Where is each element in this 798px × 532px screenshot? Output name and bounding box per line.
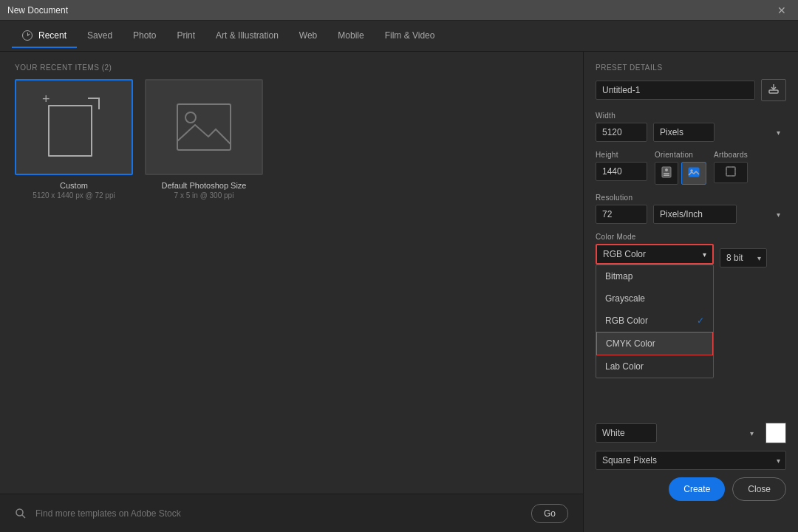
pixel-aspect-section: Square Pixels [596, 451, 786, 470]
left-panel: YOUR RECENT ITEMS (2) + Custom 5120 x 14… [0, 52, 584, 532]
width-row: Pixels Inches Centimeters [596, 123, 786, 142]
width-label: Width [596, 112, 786, 120]
background-row: White Black Transparent [596, 423, 786, 443]
bit-depth-select[interactable]: 8 bit 16 bit 32 bit [720, 248, 767, 267]
clock-icon [22, 30, 33, 41]
orientation-buttons [655, 162, 706, 185]
title-close-button[interactable]: ✕ [773, 3, 791, 18]
search-wrap [35, 508, 522, 519]
tab-web[interactable]: Web [289, 24, 327, 48]
recent-item-default[interactable]: Default Photoshop Size 7 x 5 in @ 300 pp… [145, 79, 263, 494]
recent-thumb-default[interactable] [145, 79, 263, 175]
svg-rect-8 [664, 175, 669, 177]
svg-point-6 [665, 168, 668, 171]
bit-depth-wrap: 8 bit 16 bit 32 bit [720, 248, 767, 267]
close-dialog-button[interactable]: Close [732, 477, 786, 501]
tab-photo[interactable]: Photo [123, 24, 166, 48]
search-icon [15, 508, 27, 519]
action-buttons-row: Create Close [596, 477, 786, 501]
preset-name-input[interactable] [596, 81, 755, 100]
svg-line-3 [22, 515, 25, 518]
resolution-input[interactable] [596, 205, 647, 224]
portrait-icon [661, 166, 672, 178]
color-mode-trigger[interactable]: RGB Color ▾ [596, 244, 714, 265]
height-group: Height [596, 151, 647, 181]
preset-details-label: PRESET DETAILS [596, 64, 786, 72]
tab-mobile[interactable]: Mobile [327, 24, 374, 48]
pixel-aspect-wrap: Square Pixels [596, 451, 786, 470]
height-orient-row: Height Orientation [596, 151, 786, 185]
dropdown-item-cmyk[interactable]: CMYK Color [596, 332, 713, 355]
width-unit-wrap: Pixels Inches Centimeters [653, 123, 786, 142]
color-mode-row: RGB Color ▾ Bitmap Grayscale RGB Color [596, 244, 786, 272]
svg-point-1 [185, 112, 196, 123]
search-input[interactable] [35, 508, 522, 519]
portrait-button[interactable] [655, 162, 678, 185]
bottom-bar: Go [0, 494, 583, 532]
resolution-unit-select[interactable]: Pixels/Inch Pixels/Centimeter [653, 205, 737, 224]
svg-rect-4 [769, 90, 778, 93]
color-mode-dropdown: Bitmap Grayscale RGB Color CMYK Color La… [596, 265, 714, 378]
recent-section-header: YOUR RECENT ITEMS (2) [0, 52, 583, 79]
dropdown-item-grayscale[interactable]: Grayscale [596, 287, 713, 310]
preset-name-row [596, 79, 786, 101]
dropdown-item-rgb[interactable]: RGB Color [596, 310, 713, 332]
width-input[interactable] [596, 123, 647, 142]
color-mode-label: Color Mode [596, 233, 786, 241]
dropdown-item-lab[interactable]: Lab Color [596, 355, 713, 378]
tab-film[interactable]: Film & Video [375, 24, 446, 48]
go-button[interactable]: Go [531, 504, 568, 523]
recent-item-sub-custom: 5120 x 1440 px @ 72 ppi [33, 191, 115, 200]
orientation-label: Orientation [655, 151, 706, 159]
landscape-button[interactable] [681, 162, 706, 185]
dropdown-item-bitmap[interactable]: Bitmap [596, 265, 713, 287]
artboards-label: Artboards [714, 151, 748, 159]
pixel-aspect-select[interactable]: Square Pixels [596, 451, 786, 470]
save-preset-button[interactable] [761, 79, 786, 101]
recent-item-custom[interactable]: + Custom 5120 x 1440 px @ 72 ppi [15, 79, 133, 494]
resolution-label: Resolution [596, 194, 786, 202]
color-mode-section: RGB Color ▾ Bitmap Grayscale RGB Color [596, 244, 714, 265]
artboard-icon [726, 166, 736, 177]
photo-placeholder [174, 101, 233, 153]
dialog-title: New Document [7, 5, 68, 16]
artboards-group: Artboards [714, 151, 748, 183]
tab-print[interactable]: Print [166, 24, 205, 48]
main-layout: YOUR RECENT ITEMS (2) + Custom 5120 x 14… [0, 52, 798, 532]
svg-rect-11 [726, 167, 735, 176]
width-unit-select[interactable]: Pixels Inches Centimeters [653, 123, 715, 142]
tab-art[interactable]: Art & Illustration [205, 24, 289, 48]
artboards-button[interactable] [714, 162, 748, 183]
height-input[interactable] [596, 162, 647, 181]
recent-thumb-custom[interactable]: + [15, 79, 133, 175]
background-select-wrap: White Black Transparent [596, 423, 760, 443]
tab-bar: Recent Saved Photo Print Art & Illustrat… [0, 21, 798, 52]
doc-corner [88, 98, 100, 109]
recent-item-sub-default: 7 x 5 in @ 300 ppi [174, 191, 234, 200]
recent-items-grid: + Custom 5120 x 1440 px @ 72 ppi [0, 79, 583, 494]
landscape-icon [688, 167, 700, 177]
create-button[interactable]: Create [669, 477, 725, 501]
recent-item-label-default: Default Photoshop Size [162, 181, 247, 190]
svg-point-2 [16, 509, 23, 516]
resolution-row: Pixels/Inch Pixels/Centimeter [596, 205, 786, 224]
photo-icon-svg [174, 101, 233, 153]
chevron-down-icon: ▾ [703, 250, 706, 259]
svg-rect-0 [177, 104, 231, 150]
doc-icon: + [48, 98, 100, 157]
save-icon [768, 83, 780, 95]
right-panel: PRESET DETAILS Width Pixels Inches Centi… [584, 52, 798, 532]
orientation-group: Orientation [655, 151, 706, 185]
height-label: Height [596, 151, 647, 159]
recent-item-label-custom: Custom [60, 181, 88, 190]
tab-recent[interactable]: Recent [12, 24, 77, 48]
resolution-unit-wrap: Pixels/Inch Pixels/Centimeter [653, 205, 786, 224]
color-swatch[interactable] [765, 423, 786, 443]
svg-rect-7 [664, 173, 669, 174]
title-bar: New Document ✕ [0, 0, 798, 21]
doc-body [48, 105, 92, 157]
background-select[interactable]: White Black Transparent [596, 423, 657, 443]
tab-saved[interactable]: Saved [77, 24, 123, 48]
